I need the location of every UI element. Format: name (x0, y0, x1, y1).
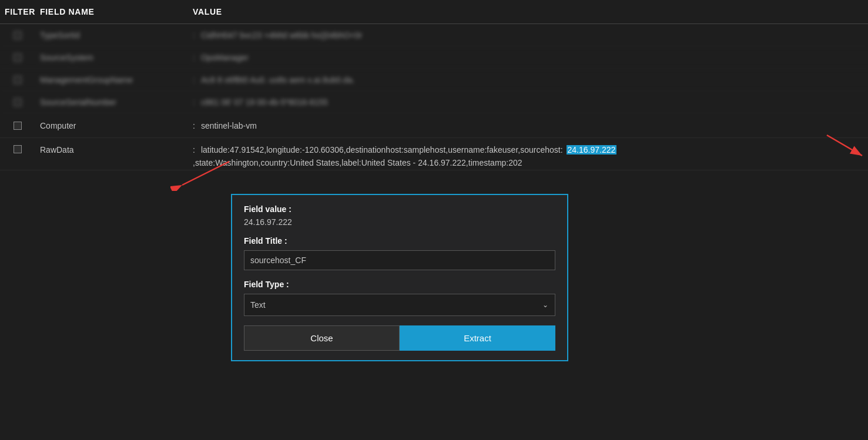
filter-cell[interactable] (0, 143, 35, 156)
field-type-wrapper: Text Number Boolean DateTime ⌄ (244, 294, 555, 316)
value-cell-rawdata: : latitude:47.91542,longitude:-120.60306… (188, 143, 868, 170)
filter-checkbox[interactable] (14, 122, 22, 130)
filter-cell[interactable] (0, 51, 35, 64)
value-cell: : c861 06' 07 19 00-4b-5*8016-8155 (188, 95, 868, 109)
fieldname-cell-rawdata: RawData (35, 143, 188, 157)
table-row: SourceSerialNumber : c861 06' 07 19 00-4… (0, 91, 868, 113)
value-cell: : CidhH047 bvc23 >4MId w6bb ho(|04bhO<0r (188, 28, 868, 42)
table-row-computer: Computer : sentinel-lab-vm (0, 113, 868, 138)
table-row: TypeSortId : CidhH047 bvc23 >4MId w6bb h… (0, 24, 868, 46)
value-cell-computer: : sentinel-lab-vm (188, 119, 868, 133)
extract-button[interactable]: Extract (400, 325, 555, 351)
table-row: SourceSystem : OpsManager (0, 46, 868, 69)
filter-cell[interactable] (0, 96, 35, 109)
fieldname-cell: TypeSortId (35, 28, 188, 42)
fieldname-cell: ManagementGroupName (35, 73, 188, 87)
fieldname-cell: SourceSystem (35, 51, 188, 65)
field-type-select[interactable]: Text Number Boolean DateTime (244, 294, 555, 316)
value-cell: : Ac8 8 o6fBt0 Au0. uo8s aem x.ai.8ub0.d… (188, 73, 868, 87)
filter-checkbox[interactable] (14, 31, 22, 39)
main-table: FILTER FIELD NAME VALUE TypeSortId : Cid… (0, 0, 868, 440)
filter-checkbox[interactable] (14, 98, 22, 106)
col-filter-header: FILTER (0, 5, 35, 19)
col-value-header: VALUE (188, 5, 868, 19)
field-value-data: 24.16.97.222 (244, 217, 555, 227)
value-cell: : OpsManager (188, 51, 868, 65)
filter-checkbox[interactable] (14, 53, 22, 62)
field-title-input[interactable] (244, 250, 555, 270)
filter-checkbox[interactable] (14, 145, 22, 153)
filter-cell[interactable] (0, 73, 35, 86)
field-type-label: Field Type : (244, 280, 555, 289)
close-button[interactable]: Close (244, 325, 400, 351)
field-value-label: Field value : (244, 204, 555, 214)
table-header: FILTER FIELD NAME VALUE (0, 0, 868, 24)
table-row-rawdata: RawData : latitude:47.91542,longitude:-1… (0, 138, 868, 170)
field-title-label: Field Title : (244, 236, 555, 246)
fieldname-cell-computer: Computer (35, 119, 188, 133)
fieldname-cell: SourceSerialNumber (35, 95, 188, 109)
popup-buttons: Close Extract (244, 325, 555, 351)
popup-dialog: Field value : 24.16.97.222 Field Title :… (231, 194, 568, 361)
filter-checkbox[interactable] (14, 76, 22, 84)
col-fieldname-header: FIELD NAME (35, 5, 188, 19)
table-row: ManagementGroupName : Ac8 8 o6fBt0 Au0. … (0, 69, 868, 91)
filter-cell[interactable] (0, 29, 35, 42)
filter-cell[interactable] (0, 119, 35, 132)
popup-content: Field value : 24.16.97.222 Field Title :… (232, 195, 567, 360)
